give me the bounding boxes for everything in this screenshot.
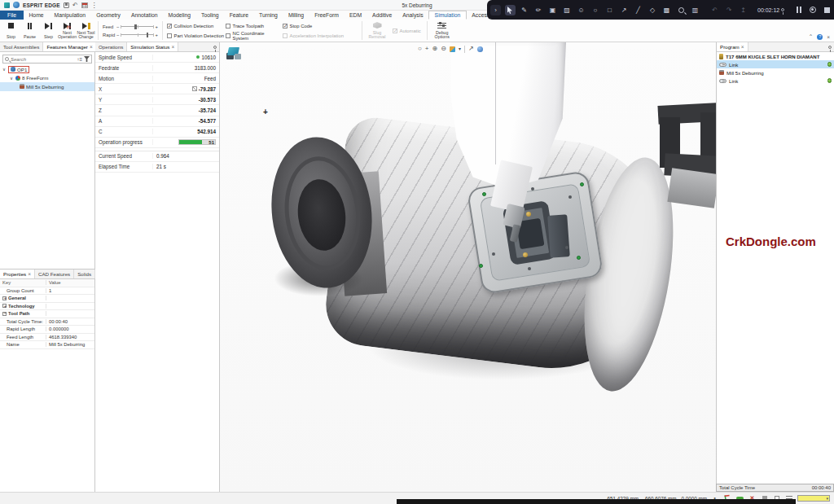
property-group-tool-path[interactable]: Tool Path <box>0 310 94 318</box>
chevron-right-icon[interactable]: › <box>490 5 501 15</box>
highlighter-tool-icon[interactable]: ✏ <box>533 5 544 15</box>
undo-icon[interactable]: ↶ <box>72 2 78 8</box>
program-item-link[interactable]: Link <box>717 77 834 85</box>
tab-solids[interactable]: Solids <box>74 270 95 278</box>
program-item-operation[interactable]: Mill 5x Deburring <box>717 68 834 77</box>
webcam-icon[interactable] <box>808 5 819 15</box>
tab-cad-features[interactable]: CAD Features <box>35 270 74 278</box>
view-dropdown-caret[interactable]: ▾ <box>459 45 461 53</box>
feed-plus[interactable]: + <box>156 24 158 29</box>
tab-tool-assemblies[interactable]: Tool Assemblies <box>0 42 43 51</box>
zoom-in-icon[interactable]: ⊕ <box>432 45 438 53</box>
menu-geometry[interactable]: Geometry <box>91 11 126 20</box>
menu-tooling[interactable]: Tooling <box>196 11 225 20</box>
line-tool-icon[interactable]: ╱ <box>633 5 643 15</box>
collapse-minus-icon[interactable] <box>2 312 7 316</box>
menu-annotation[interactable]: Annotation <box>125 11 163 20</box>
menu-turning[interactable]: Turning <box>254 11 283 20</box>
emoji-tool-icon[interactable]: ☺ <box>576 5 586 15</box>
rapid-minus[interactable]: − <box>116 33 119 37</box>
feed-track[interactable] <box>121 26 153 27</box>
property-row[interactable]: Name Mill 5x Deburring <box>0 341 94 349</box>
pin-panel-button[interactable] <box>213 42 217 51</box>
pin-panel-button[interactable] <box>828 42 832 51</box>
close-tab-icon[interactable]: × <box>90 44 93 50</box>
blur-tool-icon[interactable]: ▨ <box>562 5 573 15</box>
pin-icon[interactable] <box>781 8 784 11</box>
stop-button[interactable]: Stop <box>2 20 20 41</box>
feed-minus[interactable]: − <box>116 24 119 29</box>
menu-edm[interactable]: EDM <box>344 11 367 20</box>
view-cube-icon[interactable] <box>450 46 455 52</box>
zoom-out-icon[interactable]: ⊖ <box>441 45 446 53</box>
step-button[interactable]: Step <box>39 20 58 41</box>
feed-thumb[interactable] <box>134 24 137 29</box>
tab-operations[interactable]: Operations <box>95 42 127 51</box>
menu-analysis[interactable]: Analysis <box>397 11 428 20</box>
spotlight-tool-icon[interactable]: ▩ <box>661 5 672 15</box>
sort-icon[interactable]: ↑≡ <box>77 57 82 62</box>
orientation-cube-icon[interactable] <box>226 46 244 62</box>
text-tool-icon[interactable]: ▣ <box>547 5 558 15</box>
cursor-tool-icon[interactable] <box>505 5 516 15</box>
stop-recording-icon[interactable] <box>822 5 832 15</box>
select-arrow-icon[interactable]: ↗ <box>468 45 474 53</box>
rapid-thumb[interactable] <box>147 33 149 37</box>
close-tab-icon[interactable]: × <box>171 44 174 50</box>
program-item-link[interactable]: Link <box>717 60 834 68</box>
pause-button[interactable]: Pause <box>20 20 39 41</box>
tree-item-mill-5x-deburring[interactable]: Mill 5x Deburring <box>0 82 94 91</box>
checkbox-nc-coordinate-system[interactable]: NC Coordinate System <box>226 31 281 41</box>
rotate-view-icon[interactable]: ○ <box>418 45 422 53</box>
menu-modeling[interactable]: Modeling <box>163 11 196 20</box>
expander-icon[interactable]: ∨ <box>10 76 14 81</box>
rapid-plus[interactable]: + <box>156 33 158 37</box>
checkbox-trace-toolpath[interactable]: Trace Toolpath <box>226 21 281 31</box>
save-icon[interactable] <box>64 2 69 8</box>
shading-mode-icon[interactable] <box>477 46 483 52</box>
tree-item-freeform[interactable]: ∨ 8 FreeForm <box>0 74 94 83</box>
magnifier-tool-icon[interactable] <box>676 5 687 15</box>
next-operation-button[interactable]: Next Operation <box>58 20 77 41</box>
tree-item-op1[interactable]: ∨ OP1 <box>0 65 94 74</box>
rapid-slider[interactable]: Rapid − + <box>103 33 158 37</box>
property-row[interactable]: Feed Length 4618.339340 <box>0 334 94 342</box>
program-item-tool[interactable]: T17 6MM KUGLE SLET HORN DIAMANT <box>717 52 834 60</box>
menu-milling[interactable]: Milling <box>283 11 309 20</box>
pause-recording-icon[interactable] <box>793 5 804 15</box>
close-document-icon[interactable]: × <box>827 34 830 40</box>
tab-program[interactable]: Program × <box>717 42 748 51</box>
tab-properties[interactable]: Properties × <box>0 270 35 278</box>
rapid-track[interactable] <box>121 34 153 35</box>
whiteboard-tool-icon[interactable]: ▥ <box>690 5 700 15</box>
expand-plus-icon[interactable] <box>2 296 7 300</box>
close-tab-icon[interactable]: × <box>28 271 31 277</box>
circle-tool-icon[interactable]: ○ <box>590 5 601 15</box>
property-group-general[interactable]: General <box>0 295 94 303</box>
next-tool-change-button[interactable]: Next Tool Change <box>77 20 95 41</box>
menu-freeform[interactable]: FreeForm <box>309 11 345 20</box>
3d-viewport[interactable]: ○ + ⊕ ⊖ ▾ ↗ + <box>220 42 716 492</box>
checkbox-collision-detection[interactable]: Collision Detection <box>167 21 224 31</box>
feed-slider[interactable]: Feed − + <box>103 24 158 29</box>
property-row[interactable]: Rapid Length 0.000000 <box>0 326 94 334</box>
arrow-tool-icon[interactable]: ↗ <box>619 5 630 15</box>
pan-view-icon[interactable]: + <box>425 45 429 53</box>
checkbox-stop-code[interactable]: Stop Code <box>283 21 358 31</box>
menu-file[interactable]: File <box>0 11 24 20</box>
help-icon[interactable]: ? <box>817 34 823 40</box>
search-input[interactable] <box>11 57 75 62</box>
pen-tool-icon[interactable]: ✎ <box>519 5 529 15</box>
menu-additive[interactable]: Additive <box>367 11 397 20</box>
menu-home[interactable]: Home <box>24 11 49 20</box>
close-tab-icon[interactable]: × <box>741 44 744 50</box>
collapse-ribbon-icon[interactable]: ⌃ <box>809 33 813 40</box>
debug-options-button[interactable]: Debug Options <box>430 20 454 41</box>
expander-icon[interactable]: ∨ <box>2 67 7 72</box>
rectangle-tool-icon[interactable]: □ <box>604 5 615 15</box>
property-row[interactable]: Total Cycle Time: 00:00:40 <box>0 318 94 327</box>
table-icon[interactable] <box>81 2 88 8</box>
menu-simulation[interactable]: Simulation <box>428 11 467 20</box>
property-row[interactable]: Group Count 1 <box>0 287 94 296</box>
color-picker-dropdown[interactable]: ▾ <box>797 495 830 502</box>
